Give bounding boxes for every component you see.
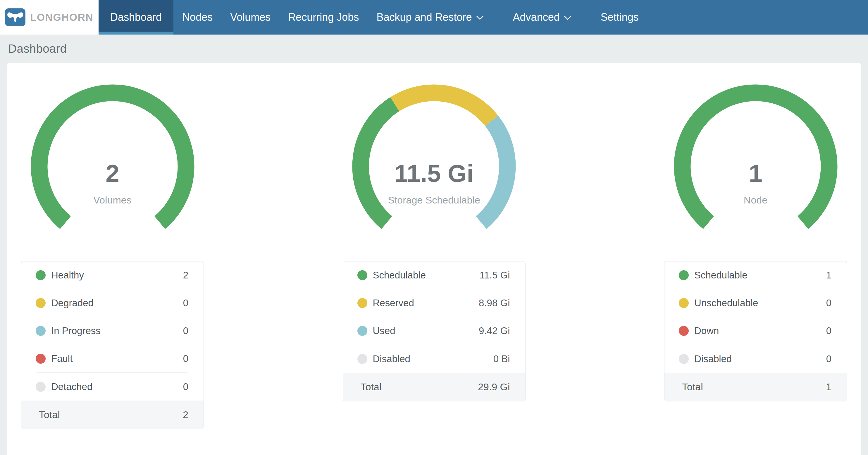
legend-label: Reserved <box>373 297 414 309</box>
degraded-status-dot <box>36 298 45 308</box>
legend-label: Disabled <box>373 353 410 365</box>
storage-gauge: 11.5 Gi Storage Schedulable <box>352 84 516 248</box>
gauge-center-label: Node <box>674 195 838 205</box>
nav-item-nodes[interactable]: Nodes <box>174 0 221 34</box>
gauge-center-value: 1 <box>674 161 838 186</box>
legend-value: 0 <box>183 353 188 364</box>
legend-value: 0 <box>826 353 832 365</box>
legend-label: Detached <box>51 381 92 392</box>
legend-value: 2 <box>183 270 188 281</box>
nav-item-recurring-jobs[interactable]: Recurring Jobs <box>279 0 368 34</box>
nav-label: Volumes <box>230 11 271 23</box>
legend-row: Down 0 <box>679 317 832 345</box>
page-title: Dashboard <box>8 42 67 55</box>
fault-status-dot <box>36 354 45 364</box>
legend-row: Degraded 0 <box>36 289 188 317</box>
top-navbar: LONGHORN Dashboard Nodes Volumes Recurri… <box>0 0 868 34</box>
legend-row: Used 9.42 Gi <box>358 317 510 345</box>
legend-label: Schedulable <box>694 270 747 281</box>
nav-label: Dashboard <box>110 11 162 23</box>
page-header: Dashboard <box>0 34 868 63</box>
legend-label: In Progress <box>51 325 101 336</box>
nav-label: Settings <box>601 11 639 23</box>
legend-row: Disabled 0 Bi <box>358 345 510 373</box>
legend-label: Down <box>694 325 719 336</box>
nav-item-dashboard[interactable]: Dashboard <box>98 0 174 34</box>
volumes-gauge: 2 Volumes <box>31 84 194 248</box>
detached-status-dot <box>36 382 45 392</box>
disabled-status-dot <box>679 354 689 364</box>
legend-label: Schedulable <box>373 270 426 281</box>
storage-legend: Schedulable 11.5 Gi Reserved 8.98 Gi Use… <box>343 261 526 401</box>
gauge-center-label: Storage Schedulable <box>352 195 516 205</box>
legend-value: 0 <box>183 297 188 309</box>
legend-value: 8.98 Gi <box>479 297 510 309</box>
schedulable-status-dot <box>358 270 367 280</box>
nav-label: Nodes <box>182 11 213 23</box>
legend-row: Schedulable 11.5 Gi <box>358 261 510 289</box>
legend-row: Reserved 8.98 Gi <box>358 289 510 317</box>
in-progress-status-dot <box>36 326 45 336</box>
total-label: Total <box>39 409 60 421</box>
total-value: 29.9 Gi <box>478 381 510 393</box>
legend-label: Degraded <box>51 297 94 309</box>
dashboard-card: 2 Volumes Healthy 2 Degraded 0 In Progre… <box>7 63 861 455</box>
total-label: Total <box>361 381 382 393</box>
nav-item-settings[interactable]: Settings <box>592 0 648 34</box>
disabled-status-dot <box>358 354 367 364</box>
nav-item-volumes[interactable]: Volumes <box>221 0 279 34</box>
reserved-status-dot <box>358 298 367 308</box>
active-tab-indicator <box>98 32 174 34</box>
total-value: 1 <box>826 381 832 393</box>
volumes-column: 2 Volumes Healthy 2 Degraded 0 In Progre… <box>21 84 204 455</box>
legend-row: Disabled 0 <box>679 345 832 373</box>
legend-value: 11.5 Gi <box>479 270 510 281</box>
storage-column: 11.5 Gi Storage Schedulable Schedulable … <box>343 84 526 455</box>
legend-label: Used <box>373 325 395 336</box>
nav-label: Advanced <box>513 11 560 23</box>
legend-row: Unschedulable 0 <box>679 289 832 317</box>
legend-label: Healthy <box>51 270 84 281</box>
legend-value: 9.42 Gi <box>479 325 510 336</box>
gauge-center-label: Volumes <box>31 195 194 205</box>
legend-row: Fault 0 <box>36 345 188 373</box>
legend-row: Healthy 2 <box>36 261 188 289</box>
legend-value: 0 <box>826 297 832 309</box>
legend-label: Disabled <box>694 353 732 365</box>
legend-label: Fault <box>51 353 72 364</box>
legend-row: In Progress 0 <box>36 317 188 345</box>
unschedulable-status-dot <box>679 298 689 308</box>
gauge-center-value: 11.5 Gi <box>352 161 516 186</box>
node-column: 1 Node Schedulable 1 Unschedulable 0 Dow… <box>664 84 847 455</box>
healthy-status-dot <box>36 270 45 280</box>
legend-value: 1 <box>826 270 832 281</box>
total-value: 2 <box>183 409 188 421</box>
total-label: Total <box>682 381 703 393</box>
node-legend: Schedulable 1 Unschedulable 0 Down 0 Dis… <box>664 261 847 401</box>
legend-label: Unschedulable <box>694 297 758 309</box>
legend-total-row: Total 1 <box>664 373 847 401</box>
legend-value: 0 Bi <box>493 353 510 365</box>
legend-value: 0 <box>183 325 188 336</box>
brand-name: LONGHORN <box>30 11 93 23</box>
volumes-legend: Healthy 2 Degraded 0 In Progress 0 Fault… <box>21 261 204 429</box>
chevron-down-icon <box>476 16 484 20</box>
legend-value: 0 <box>826 325 832 336</box>
legend-value: 0 <box>183 381 188 392</box>
legend-total-row: Total 29.9 Gi <box>343 373 525 401</box>
legend-row: Detached 0 <box>36 373 188 401</box>
nav-label: Backup and Restore <box>376 11 472 23</box>
gauge-center-value: 2 <box>31 161 194 186</box>
main-nav: Dashboard Nodes Volumes Recurring Jobs B… <box>98 0 648 34</box>
nav-item-backup-and-restore[interactable]: Backup and Restore <box>368 0 492 34</box>
used-status-dot <box>358 326 367 336</box>
legend-row: Schedulable 1 <box>679 261 832 289</box>
legend-total-row: Total 2 <box>21 401 204 429</box>
down-status-dot <box>679 326 689 336</box>
node-gauge: 1 Node <box>674 84 838 248</box>
nav-item-advanced[interactable]: Advanced <box>504 0 580 34</box>
chevron-down-icon <box>564 16 571 20</box>
brand-logo[interactable]: LONGHORN <box>0 0 98 34</box>
nav-label: Recurring Jobs <box>288 11 359 23</box>
schedulable-status-dot <box>679 270 689 280</box>
